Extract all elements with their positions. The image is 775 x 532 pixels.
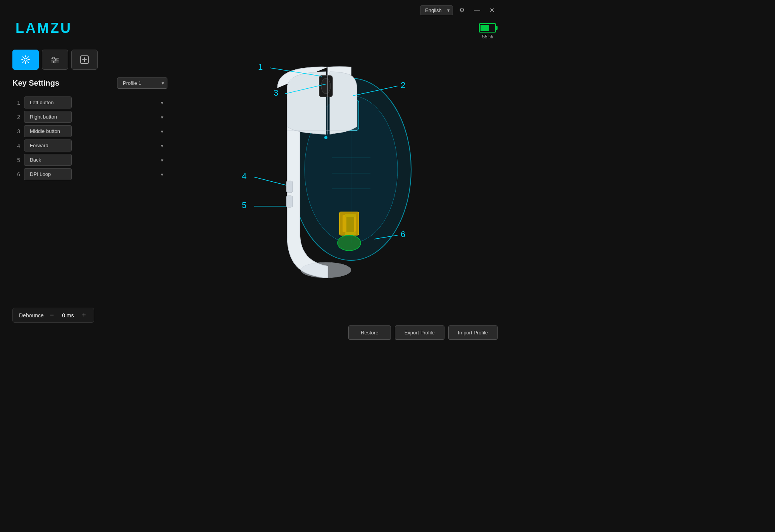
key-num-6: 6 [12, 171, 20, 177]
language-selector-wrapper[interactable]: English 中文 日本語 [420, 5, 453, 15]
key-select-wrapper-6[interactable]: Left buttonRight buttonMiddle buttonForw… [24, 168, 167, 180]
debounce-bar-minus[interactable]: − [48, 311, 56, 319]
svg-point-6 [53, 61, 55, 63]
key-settings-header: Key Settings Profile 1 Profile 2 Profile… [12, 77, 167, 89]
key-num-1: 1 [12, 100, 20, 106]
key-num-5: 5 [12, 157, 20, 163]
key-settings-title: Key Settings [12, 79, 59, 88]
svg-text:4: 4 [242, 171, 246, 181]
minimize-button[interactable]: — [471, 5, 483, 15]
key-num-2: 2 [12, 114, 20, 120]
key-select-wrapper-5[interactable]: Left buttonRight buttonMiddle buttonForw… [24, 154, 167, 166]
key-row-1: 1 Left buttonRight buttonMiddle buttonFo… [12, 96, 167, 108]
key-row-5: 5 Left buttonRight buttonMiddle buttonFo… [12, 154, 167, 166]
language-select[interactable]: English 中文 日本語 [420, 5, 453, 15]
debounce-bar-value: 0 ms [60, 312, 76, 319]
key-select-4[interactable]: Left buttonRight buttonMiddle buttonForw… [24, 139, 72, 152]
key-select-2[interactable]: Left buttonRight buttonMiddle buttonForw… [24, 111, 72, 123]
battery-indicator: 55 % [479, 23, 496, 40]
export-profile-button[interactable]: Export Profile [395, 325, 444, 340]
svg-rect-45 [286, 181, 293, 193]
settings-button[interactable]: ⚙ [456, 5, 468, 15]
svg-rect-46 [286, 196, 293, 207]
key-select-wrapper-1[interactable]: Left buttonRight buttonMiddle buttonForw… [24, 96, 167, 108]
svg-point-31 [324, 136, 327, 139]
svg-text:1: 1 [258, 62, 263, 72]
key-select-wrapper-2[interactable]: Left buttonRight buttonMiddle buttonForw… [24, 111, 167, 123]
battery-percentage: 55 % [482, 34, 493, 40]
key-row-4: 4 Left buttonRight buttonMiddle buttonFo… [12, 139, 167, 152]
tab-performance[interactable] [42, 50, 68, 70]
key-num-4: 4 [12, 143, 20, 149]
debounce-bar-plus[interactable]: + [80, 311, 88, 319]
svg-point-4 [53, 57, 55, 59]
svg-point-16 [338, 235, 361, 251]
tab-macro[interactable] [71, 50, 98, 70]
key-select-6[interactable]: Left buttonRight buttonMiddle buttonForw… [24, 168, 72, 180]
left-panel: Key Settings Profile 1 Profile 2 Profile… [12, 77, 167, 180]
key-select-wrapper-3[interactable]: Left buttonRight buttonMiddle buttonForw… [24, 125, 167, 137]
logo: LAMZU [16, 20, 72, 36]
key-select-3[interactable]: Left buttonRight buttonMiddle buttonForw… [24, 125, 72, 137]
svg-text:2: 2 [401, 80, 405, 90]
bottom-buttons: Restore Export Profile Import Profile [348, 325, 498, 340]
main-content: Key Settings Profile 1 Profile 2 Profile… [12, 77, 504, 323]
battery-icon [479, 23, 496, 33]
import-profile-button[interactable]: Import Profile [448, 325, 498, 340]
key-select-5[interactable]: Left buttonRight buttonMiddle buttonForw… [24, 154, 72, 166]
mouse-visualization: 1 2 3 4 5 6 [175, 70, 504, 292]
key-row-3: 3 Left buttonRight buttonMiddle buttonFo… [12, 125, 167, 137]
tab-key-settings[interactable] [12, 50, 39, 70]
svg-rect-26 [345, 232, 356, 235]
svg-text:3: 3 [274, 88, 278, 98]
nav-tabs [12, 50, 98, 70]
key-list: 1 Left buttonRight buttonMiddle buttonFo… [12, 96, 167, 180]
logo-text: LAMZU [16, 20, 72, 36]
restore-button[interactable]: Restore [348, 325, 391, 340]
profile-dropdown[interactable]: Profile 1 Profile 2 Profile 3 [117, 77, 167, 89]
svg-point-28 [321, 78, 331, 94]
key-row-6: 6 Left buttonRight buttonMiddle buttonFo… [12, 168, 167, 180]
debounce-bar: Debounce − 0 ms + [12, 308, 94, 323]
svg-rect-25 [345, 214, 356, 217]
key-select-wrapper-4[interactable]: Left buttonRight buttonMiddle buttonForw… [24, 139, 167, 152]
key-num-3: 3 [12, 128, 20, 134]
svg-text:5: 5 [242, 200, 246, 210]
mouse-container: 1 2 3 4 5 6 [208, 49, 471, 313]
svg-point-5 [55, 59, 57, 61]
profile-dropdown-wrapper[interactable]: Profile 1 Profile 2 Profile 3 [117, 77, 167, 89]
titlebar: English 中文 日本語 ⚙ — ✕ [0, 0, 504, 20]
battery-fill [480, 25, 489, 31]
key-select-1[interactable]: Left buttonRight buttonMiddle buttonForw… [24, 96, 72, 108]
svg-text:6: 6 [401, 229, 405, 239]
mouse-svg: 1 2 3 4 5 6 [208, 49, 432, 289]
debounce-bar-label: Debounce [19, 312, 44, 319]
svg-point-32 [301, 262, 351, 278]
close-button[interactable]: ✕ [486, 5, 498, 15]
key-row-2: 2 Left buttonRight buttonMiddle buttonFo… [12, 111, 167, 123]
svg-point-0 [24, 58, 27, 61]
